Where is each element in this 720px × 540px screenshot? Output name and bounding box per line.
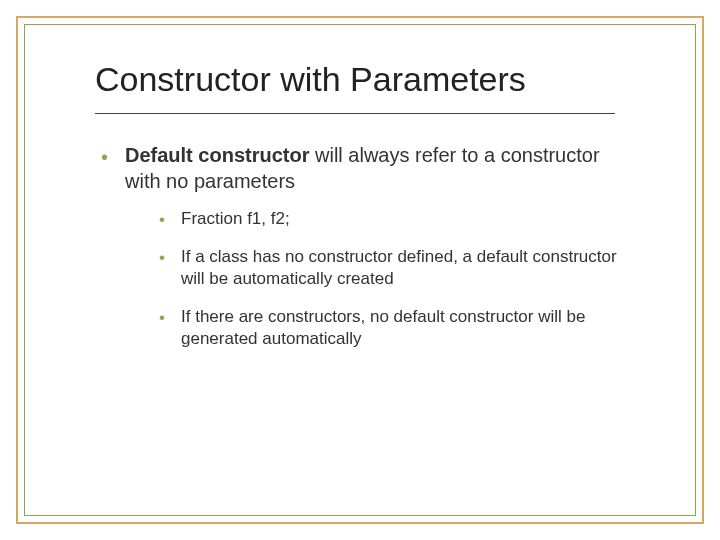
bullet-text: Fraction f1, f2; xyxy=(181,209,290,228)
bullet-text: If there are constructors, no default co… xyxy=(181,307,585,348)
bullet-icon: • xyxy=(101,147,108,167)
bullet-text: Default constructor will always refer to… xyxy=(125,144,600,192)
list-item: • If a class has no constructor defined,… xyxy=(159,246,640,290)
slide-content: Constructor with Parameters • Default co… xyxy=(95,60,640,366)
bullet-list-level2: • Fraction f1, f2; • If a class has no c… xyxy=(159,208,640,350)
list-item: • If there are constructors, no default … xyxy=(159,306,640,350)
bullet-icon: • xyxy=(159,309,165,326)
title-divider xyxy=(95,113,615,114)
slide-title: Constructor with Parameters xyxy=(95,60,640,99)
bullet-list-level1: • Default constructor will always refer … xyxy=(101,142,640,350)
bullet-icon: • xyxy=(159,249,165,266)
bullet-bold-prefix: Default constructor xyxy=(125,144,309,166)
bullet-text: If a class has no constructor defined, a… xyxy=(181,247,617,288)
list-item: • Fraction f1, f2; xyxy=(159,208,640,230)
list-item: • Default constructor will always refer … xyxy=(101,142,640,350)
bullet-icon: • xyxy=(159,211,165,228)
